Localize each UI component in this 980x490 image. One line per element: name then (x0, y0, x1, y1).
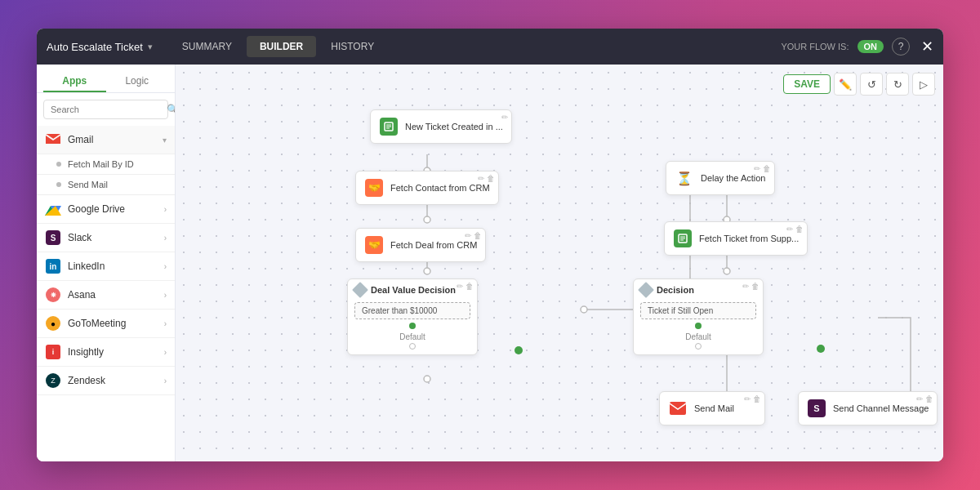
fetch-deal-icon: 🤝 (364, 235, 384, 255)
svg-rect-28 (670, 402, 686, 415)
deal-decision-label: Deal Value Decision (371, 285, 456, 295)
top-bar: Auto Escalate Ticket ▾ SUMMARY BUILDER H… (37, 29, 943, 65)
delete-icon[interactable]: 🗑 (795, 225, 804, 234)
gmail-label: Gmail (68, 134, 156, 145)
slack-chevron-icon: › (164, 234, 167, 243)
delete-icon[interactable]: 🗑 (487, 174, 495, 183)
title-chevron-icon[interactable]: ▾ (148, 42, 153, 52)
node-decision2[interactable]: ✏ 🗑 Decision Ticket if Still Open Defaul… (633, 278, 764, 355)
svg-point-15 (724, 268, 730, 274)
trigger-label: New Ticket Created in ... (405, 122, 503, 131)
sub-dot-icon (56, 162, 61, 167)
decision2-default-label: Default (640, 332, 756, 341)
top-bar-tabs: SUMMARY BUILDER HISTORY (169, 36, 782, 57)
node-trigger[interactable]: ✏ New Ticket Created in ... (370, 109, 512, 144)
help-button[interactable]: ? (892, 38, 910, 56)
asana-label: Asana (68, 289, 158, 301)
send-channel-icon: S (807, 399, 826, 418)
delay-label: Delay the Action (701, 173, 766, 183)
edit-icon[interactable]: ✏ (457, 282, 463, 291)
google-drive-icon (45, 201, 61, 217)
edit-button[interactable]: ✏️ (834, 73, 857, 96)
deal-branch-input[interactable]: Greater than $10000 (354, 302, 470, 319)
tab-summary[interactable]: SUMMARY (169, 36, 245, 57)
edit-icon[interactable]: ✏ (754, 164, 760, 173)
diamond-icon (638, 282, 654, 298)
delay-icon: ⏳ (675, 168, 694, 188)
delete-icon[interactable]: 🗑 (753, 394, 761, 403)
fetch-ticket-icon (673, 229, 693, 248)
google-drive-label: Google Drive (68, 203, 158, 215)
node-deal-decision[interactable]: ✏ 🗑 Deal Value Decision Greater than $10… (347, 278, 478, 355)
svg-point-19 (424, 376, 430, 382)
node-fetch-ticket-actions: ✏ 🗑 (786, 225, 804, 234)
node-fetch-ticket[interactable]: ✏ 🗑 Fetch Ticket from Supp... (664, 221, 808, 256)
node-fetch-deal[interactable]: ✏ 🗑 🤝 Fetch Deal from CRM (355, 228, 486, 262)
sidebar-item-insightly[interactable]: i Insightly › (37, 338, 175, 367)
sidebar-tabs: Apps Logic (37, 65, 175, 93)
sidebar-item-asana[interactable]: ❋ Asana › (37, 281, 175, 310)
linkedin-label: LinkedIn (68, 261, 158, 272)
node-fetch-deal-actions: ✏ 🗑 (465, 231, 482, 240)
node-send-channel[interactable]: ✏ 🗑 S Send Channel Message (798, 391, 938, 425)
canvas-toolbar: SAVE ✏️ ↺ ↻ ▷ (783, 73, 935, 96)
gotomeeting-label: GoToMeeting (68, 318, 158, 329)
run-button[interactable]: ▷ (912, 73, 935, 96)
edit-icon[interactable]: ✏ (744, 394, 751, 403)
svg-point-9 (424, 268, 430, 274)
sidebar-item-fetch-mail[interactable]: Fetch Mail By ID (37, 154, 175, 175)
edit-icon[interactable]: ✏ (465, 231, 471, 240)
sidebar-item-send-mail[interactable]: Send Mail (37, 175, 175, 195)
node-fetch-contact[interactable]: ✏ 🗑 🤝 Fetch Contact from CRM (355, 171, 499, 205)
flow-status-toggle[interactable]: ON (858, 40, 884, 53)
slack-label: Slack (68, 232, 158, 243)
edit-icon[interactable]: ✏ (501, 113, 508, 122)
sidebar-item-gmail[interactable]: Gmail ▾ (37, 126, 175, 154)
node-send-mail[interactable]: ✏ 🗑 Send Mail (659, 391, 765, 425)
send-mail-actions: ✏ 🗑 (744, 394, 761, 403)
undo-button[interactable]: ↺ (860, 73, 883, 96)
send-channel-actions: ✏ 🗑 (916, 394, 933, 403)
window-title-area: Auto Escalate Ticket ▾ (47, 41, 153, 53)
linkedin-chevron-icon: › (164, 262, 167, 271)
sidebar-item-slack[interactable]: S Slack › (37, 224, 175, 252)
svg-point-17 (817, 345, 825, 353)
gmail-icon (45, 131, 61, 148)
google-drive-chevron-icon: › (164, 205, 167, 214)
diamond-icon (352, 282, 368, 298)
delete-icon[interactable]: 🗑 (474, 231, 482, 240)
fetch-ticket-label: Fetch Ticket from Supp... (699, 234, 799, 243)
sidebar-tab-logic[interactable]: Logic (106, 71, 169, 92)
decision2-branch-input[interactable]: Ticket if Still Open (640, 302, 756, 319)
edit-icon[interactable]: ✏ (742, 282, 749, 291)
node-delay[interactable]: ✏ 🗑 ⏳ Delay the Action (666, 161, 775, 195)
send-mail-label: Send Mail (68, 180, 108, 189)
canvas: SAVE ✏️ ↺ ↻ ▷ (176, 65, 943, 461)
edit-icon[interactable]: ✏ (786, 225, 793, 234)
search-input[interactable] (51, 105, 163, 114)
delete-icon[interactable]: 🗑 (751, 282, 760, 291)
sidebar-item-google-drive[interactable]: Google Drive › (37, 195, 175, 224)
redo-button[interactable]: ↻ (886, 73, 909, 96)
sidebar-item-gotomeeting[interactable]: ● GoToMeeting › (37, 310, 175, 338)
decision2-actions: ✏ 🗑 (742, 282, 760, 291)
tab-history[interactable]: HISTORY (318, 36, 387, 57)
node-delay-actions: ✏ 🗑 (754, 164, 771, 173)
sidebar-item-linkedin[interactable]: in LinkedIn › (37, 252, 175, 281)
zendesk-chevron-icon: › (164, 376, 167, 385)
delete-icon[interactable]: 🗑 (763, 164, 771, 173)
delete-icon[interactable]: 🗑 (925, 394, 933, 403)
edit-icon[interactable]: ✏ (916, 394, 923, 403)
sidebar-tab-apps[interactable]: Apps (43, 71, 106, 92)
tab-builder[interactable]: BUILDER (247, 36, 316, 57)
edit-icon[interactable]: ✏ (478, 174, 484, 183)
sidebar: Apps Logic 🔍 Gmail ▾ Fetch Mail By ID (37, 65, 176, 461)
sidebar-item-zendesk[interactable]: Z Zendesk › (37, 367, 175, 395)
node-trigger-actions: ✏ (501, 113, 508, 122)
delete-icon[interactable]: 🗑 (466, 282, 474, 291)
trigger-icon (379, 117, 399, 136)
sub-dot-icon (56, 182, 61, 187)
close-button[interactable]: ✕ (921, 38, 933, 56)
svg-point-11 (514, 346, 523, 354)
save-button[interactable]: SAVE (783, 74, 831, 94)
